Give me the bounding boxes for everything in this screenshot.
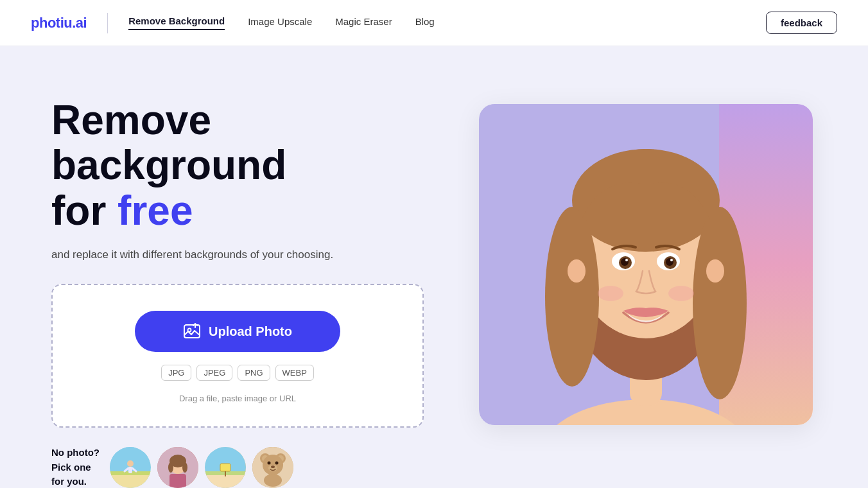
nav-blog[interactable]: Blog <box>415 16 435 30</box>
feedback-button[interactable]: feedback <box>766 12 837 34</box>
svg-point-29 <box>275 462 278 465</box>
svg-rect-0 <box>184 325 200 338</box>
format-webp: WEBP <box>275 365 314 381</box>
svg-point-49 <box>706 259 724 283</box>
main-nav: Remove Background Image Upscale Magic Er… <box>128 15 766 30</box>
svg-point-48 <box>568 259 586 283</box>
nav-image-upscale[interactable]: Image Upscale <box>248 16 312 30</box>
upload-photo-label: Upload Photo <box>209 324 292 339</box>
upload-area: Upload Photo JPG JPEG PNG WEBP Drag a fi… <box>51 284 424 428</box>
no-photo-text: No photo?Pick onefor you. <box>51 446 100 488</box>
left-column: Remove background for free and replace i… <box>51 98 424 488</box>
svg-point-36 <box>545 207 599 387</box>
svg-rect-12 <box>169 474 186 488</box>
site-logo[interactable]: photiu.ai <box>31 15 87 31</box>
format-png: PNG <box>238 365 270 381</box>
right-column <box>475 98 817 425</box>
sample-image-1[interactable] <box>110 447 151 488</box>
format-jpg: JPG <box>161 365 191 381</box>
svg-point-27 <box>271 466 275 468</box>
sample-image-2[interactable] <box>157 447 198 488</box>
sample-image-3[interactable] <box>205 447 246 488</box>
logo-text: photiu.ai <box>31 15 87 31</box>
svg-point-37 <box>693 207 747 399</box>
hero-title-line1: Remove <box>51 97 211 143</box>
sample-image-4[interactable] <box>252 447 293 488</box>
format-badges: JPG JPEG PNG WEBP <box>161 365 314 381</box>
demo-image-container <box>479 104 813 425</box>
svg-point-13 <box>168 462 173 473</box>
no-photo-section: No photo?Pick onefor you. <box>51 446 424 488</box>
svg-point-5 <box>127 460 134 467</box>
hero-subtitle: and replace it with different background… <box>51 246 347 263</box>
svg-rect-18 <box>220 464 230 471</box>
svg-point-28 <box>267 462 270 465</box>
header-divider <box>107 13 108 33</box>
upload-photo-button[interactable]: Upload Photo <box>135 311 340 352</box>
demo-person <box>479 104 813 425</box>
hero-title-line2: background <box>51 142 286 188</box>
sample-images <box>110 447 293 488</box>
hero-title-line3-prefix: for <box>51 187 117 234</box>
svg-point-46 <box>598 286 623 301</box>
hero-title: Remove background for free <box>51 98 424 233</box>
svg-point-45 <box>670 259 673 261</box>
svg-rect-19 <box>225 471 226 476</box>
drag-hint: Drag a file, paste image or URL <box>179 394 296 403</box>
nav-magic-eraser[interactable]: Magic Eraser <box>335 16 392 30</box>
svg-point-47 <box>668 286 694 301</box>
svg-point-14 <box>182 462 187 473</box>
upload-icon <box>183 322 201 340</box>
nav-remove-background[interactable]: Remove Background <box>128 15 225 30</box>
svg-point-30 <box>264 474 282 487</box>
demo-frame <box>479 104 813 425</box>
hero-title-highlight: free <box>117 187 193 234</box>
format-jpeg: JPEG <box>196 365 232 381</box>
demo-person-svg <box>524 123 768 425</box>
svg-point-44 <box>625 259 628 261</box>
